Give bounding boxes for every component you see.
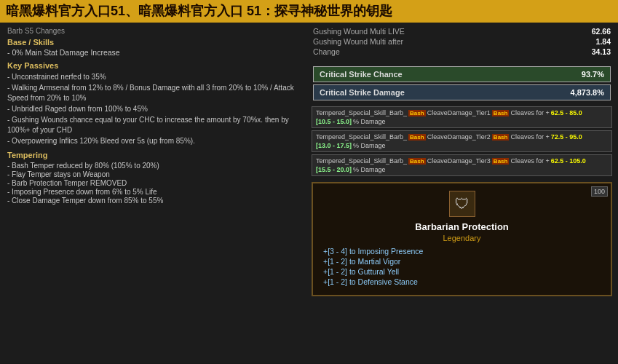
crit-damage-label: Critical Strike Damage <box>320 88 405 97</box>
passive-0: - Unconstrained nerfed to 35% <box>7 72 298 82</box>
tempering-section: Tempering - Bash Temper reduced by 80% (… <box>7 151 298 205</box>
range2-1: [13.0 - 17.5] <box>316 142 352 149</box>
stat-value-0: 62.66 <box>592 27 611 36</box>
tempered-item-1: Tempered_Special_Skill_Barb_BashCleaveDa… <box>312 130 612 152</box>
crit-damage-box: Critical Strike Damage 4,873.8% <box>313 84 611 100</box>
end-1: % Damage <box>353 142 386 149</box>
main-layout: Barb S5 Changes Base / Skills - 0% Main … <box>0 23 618 363</box>
crit-chance-box: Critical Strike Chance 93.7% <box>313 66 611 82</box>
stat-value-2: 34.13 <box>592 47 611 56</box>
item-stat-2: +[1 - 2] to Guttural Yell <box>323 267 601 276</box>
tempered-items-list: Tempered_Special_Skill_Barb_BashCleaveDa… <box>306 103 618 179</box>
base-section-title: Base / Skills <box>7 38 298 47</box>
tempered-mid-0: CleaveDamage_Tier1 <box>427 109 491 116</box>
end-0: % Damage <box>353 118 386 125</box>
tempered-item-2: Tempered_Special_Skill_Barb_BashCleaveDa… <box>312 154 612 176</box>
item-name: Barbarian Protection <box>323 221 601 232</box>
temper-4: - Close Damage Temper down from 85% to 5… <box>7 197 298 205</box>
temper-2: - Barb Protection Temper REMOVED <box>7 179 298 187</box>
range2-0: [10.5 - 15.0] <box>316 118 352 125</box>
top-right-stats: Gushing Wound Multi LIVE 62.66 Gushing W… <box>306 23 618 60</box>
item-rarity: Legendary <box>323 234 601 242</box>
item-icon-glyph: 🛡 <box>455 196 470 213</box>
key-passives-section: Key Passives - Unconstrained nerfed to 3… <box>7 61 298 146</box>
range1-0: 62.5 - 85.0 <box>551 109 582 116</box>
temper-0: - Bash Temper reduced by 80% (105% to 20… <box>7 162 298 170</box>
crit-chance-label: Critical Strike Chance <box>320 70 403 79</box>
stat-row-2: Change 34.13 <box>313 47 611 56</box>
end-2: % Damage <box>353 166 386 173</box>
tempering-title: Tempering <box>7 151 298 159</box>
stat-row-1: Gushing Wound Multi after 1.84 <box>313 37 611 46</box>
crit-chance-value: 93.7% <box>582 70 604 79</box>
base-stat-0: - 0% Main Stat Damage Increase <box>7 48 298 57</box>
passive-1: - Walking Armsenal from 12% to 8% / Bonu… <box>7 83 298 103</box>
breadcrumb: Barb S5 Changes <box>7 27 298 35</box>
stat-label-1: Gushing Wound Multi after <box>313 37 403 46</box>
passive-3: - Gushing Wounds chance equal to your CH… <box>7 115 298 135</box>
banner-text: 暗黑爆料官方入口51、暗黑爆料官方入口 51：探寻神秘世界的钥匙 <box>6 4 392 18</box>
bash-tag-0: Bash <box>408 110 426 116</box>
item-card: 100 🛡 Barbarian Protection Legendary +[3… <box>312 182 612 296</box>
top-banner: 暗黑爆料官方入口51、暗黑爆料官方入口 51：探寻神秘世界的钥匙 <box>0 0 618 23</box>
passive-2: - Unbridled Raged down from 100% to 45% <box>7 104 298 114</box>
level-badge: 100 <box>591 186 608 197</box>
stat-label-2: Change <box>313 47 340 56</box>
bash-tag-1: Bash <box>408 134 426 141</box>
key-passives-title: Key Passives <box>7 61 298 70</box>
right-panel: Gushing Wound Multi LIVE 62.66 Gushing W… <box>306 23 618 363</box>
left-panel: Barb S5 Changes Base / Skills - 0% Main … <box>0 23 306 363</box>
passive-4: - Overpowering Inflics 120% Bleed over 5… <box>7 136 298 146</box>
crit-boxes: Critical Strike Chance 93.7% Critical St… <box>306 63 618 103</box>
temper-1: - Flay Temper stays on Weapon <box>7 170 298 178</box>
range1-1: 72.5 - 95.0 <box>551 133 582 141</box>
temper-3: - Imposing Presence down from 6% to 5% L… <box>7 188 298 196</box>
tempered-prefix-1: Tempered_Special_Skill_Barb_ <box>316 133 407 141</box>
crit-damage-value: 4,873.8% <box>571 88 604 97</box>
stat-row-0: Gushing Wound Multi LIVE 62.66 <box>313 27 611 36</box>
item-stat-3: +[1 - 2] to Defensive Stance <box>323 277 601 286</box>
item-stat-0: +[3 - 4] to Imposing Presence <box>323 247 601 256</box>
tempered-item-0: Tempered_Special_Skill_Barb_BashCleaveDa… <box>312 106 612 128</box>
bash-tag-2: Bash <box>408 158 426 165</box>
tempered-mid-1: CleaveDamage_Tier2 <box>427 133 491 141</box>
bash-tag2-1: Bash <box>492 134 510 141</box>
range1-2: 62.5 - 105.0 <box>551 157 586 165</box>
tempered-mid-2: CleaveDamage_Tier3 <box>427 157 491 165</box>
tempered-suffix-2: Cleaves for + <box>510 157 549 165</box>
tempered-prefix-2: Tempered_Special_Skill_Barb_ <box>316 157 407 165</box>
item-stat-1: +[1 - 2] to Martial Vigor <box>323 257 601 266</box>
stat-label-0: Gushing Wound Multi LIVE <box>313 27 405 36</box>
tempered-suffix-1: Cleaves for + <box>510 133 549 141</box>
range2-2: [15.5 - 20.0] <box>316 166 352 173</box>
stat-value-1: 1.84 <box>596 37 611 46</box>
bash-tag2-2: Bash <box>492 158 510 165</box>
bash-tag2-0: Bash <box>492 110 510 116</box>
tempered-prefix-0: Tempered_Special_Skill_Barb_ <box>316 109 407 116</box>
item-icon: 🛡 <box>449 191 475 217</box>
tempered-suffix-0: Cleaves for + <box>510 109 549 116</box>
